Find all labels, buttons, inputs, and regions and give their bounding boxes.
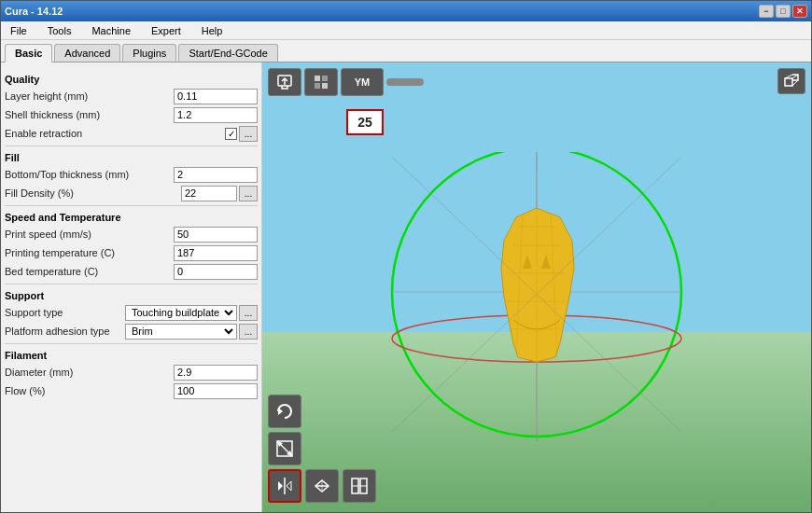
rotate-tool-button[interactable] bbox=[268, 395, 301, 428]
flow-label: Flow (%) bbox=[5, 385, 174, 396]
bed-temp-row: Bed temperature (C) bbox=[5, 263, 258, 280]
titlebar: Cura - 14.12 − □ ✕ bbox=[1, 1, 811, 21]
support-type-row: Support type Touching buildplate Everywh… bbox=[5, 304, 258, 321]
fill-density-label: Fill Density (%) bbox=[5, 187, 181, 199]
mirror-tool-button[interactable] bbox=[268, 469, 301, 503]
flow-row: Flow (%) bbox=[5, 382, 258, 399]
layer-height-input[interactable] bbox=[174, 89, 258, 104]
svg-rect-3 bbox=[322, 76, 328, 81]
layer-height-row: Layer height (mm) bbox=[5, 88, 258, 104]
main-window: Cura - 14.12 − □ ✕ File Tools Machine Ex… bbox=[0, 0, 812, 513]
tab-plugins[interactable]: Plugins bbox=[122, 44, 176, 62]
maximize-button[interactable]: □ bbox=[776, 5, 791, 18]
rotate-icon bbox=[274, 401, 295, 422]
view-icon bbox=[312, 73, 330, 91]
menu-tools[interactable]: Tools bbox=[42, 23, 77, 38]
bottom-top-row: Bottom/Top thickness (mm) bbox=[5, 166, 258, 183]
left-panel: Quality Layer height (mm) Shell thicknes… bbox=[1, 62, 262, 512]
bottom-toolbar bbox=[268, 395, 376, 503]
print-temp-label: Printing temperature (C) bbox=[5, 247, 174, 258]
platform-adhesion-label: Platform adhesion type bbox=[5, 326, 125, 337]
model-svg bbox=[359, 152, 714, 451]
lay-flat-icon bbox=[312, 476, 332, 496]
shell-thickness-row: Shell thickness (mm) bbox=[5, 106, 258, 123]
divider-2 bbox=[5, 205, 258, 206]
main-content: Quality Layer height (mm) Shell thicknes… bbox=[1, 62, 811, 512]
print-speed-label: Print speed (mm/s) bbox=[5, 229, 174, 240]
svg-rect-2 bbox=[315, 76, 320, 81]
menu-machine[interactable]: Machine bbox=[86, 23, 136, 38]
menu-help[interactable]: Help bbox=[196, 23, 229, 38]
fill-header: Fill bbox=[5, 152, 258, 163]
tab-bar: Basic Advanced Plugins Start/End-GCode bbox=[1, 40, 811, 62]
svg-marker-25 bbox=[278, 408, 283, 415]
print-speed-row: Print speed (mm/s) bbox=[5, 226, 258, 243]
diameter-row: Diameter (mm) bbox=[5, 364, 258, 381]
fill-density-row: Fill Density (%) ... bbox=[5, 185, 258, 201]
layer-slider[interactable] bbox=[386, 78, 424, 86]
support-type-label: Support type bbox=[5, 307, 125, 318]
perspective-icon bbox=[783, 73, 800, 90]
mirror-icon bbox=[274, 476, 295, 496]
scale-tool-button[interactable] bbox=[268, 432, 301, 465]
svg-rect-4 bbox=[315, 83, 320, 89]
bottom-tool-row bbox=[268, 469, 376, 503]
menubar: File Tools Machine Expert Help bbox=[1, 21, 811, 40]
platform-adhesion-dots-button[interactable]: ... bbox=[239, 324, 258, 340]
print-temp-row: Printing temperature (C) bbox=[5, 244, 258, 261]
speed-temp-header: Speed and Temperature bbox=[5, 212, 258, 223]
flow-input[interactable] bbox=[174, 383, 258, 399]
shell-thickness-input[interactable] bbox=[174, 107, 258, 123]
support-header: Support bbox=[5, 290, 258, 301]
minimize-button[interactable]: − bbox=[759, 5, 774, 18]
load-icon bbox=[275, 73, 294, 91]
retraction-dots-button[interactable]: ... bbox=[239, 126, 258, 142]
menu-file[interactable]: File bbox=[5, 23, 33, 38]
divider-4 bbox=[5, 343, 258, 344]
bed-temp-input[interactable] bbox=[174, 264, 258, 280]
fill-density-dots-button[interactable]: ... bbox=[239, 186, 258, 201]
support-type-dots-button[interactable]: ... bbox=[239, 305, 258, 321]
window-title: Cura - 14.12 bbox=[5, 6, 63, 17]
retraction-checkbox[interactable]: ✓ bbox=[225, 128, 237, 140]
bottom-top-label: Bottom/Top thickness (mm) bbox=[5, 169, 174, 180]
tab-basic[interactable]: Basic bbox=[5, 44, 52, 62]
filament-header: Filament bbox=[5, 350, 258, 361]
svg-rect-5 bbox=[322, 83, 328, 89]
bed-temp-label: Bed temperature (C) bbox=[5, 266, 174, 277]
retraction-label: Enable retraction bbox=[5, 128, 225, 139]
tab-advanced[interactable]: Advanced bbox=[54, 44, 120, 62]
menu-expert[interactable]: Expert bbox=[146, 23, 187, 38]
tab-start-end-gcode[interactable]: Start/End-GCode bbox=[178, 44, 277, 62]
print-temp-input[interactable] bbox=[174, 245, 258, 261]
support-type-select[interactable]: Touching buildplate Everywhere None bbox=[125, 305, 237, 321]
layer-number: 25 bbox=[357, 115, 372, 130]
diameter-input[interactable] bbox=[174, 365, 258, 381]
divider-1 bbox=[5, 146, 258, 146]
divider-3 bbox=[5, 284, 258, 284]
platform-adhesion-select[interactable]: Brim Raft None bbox=[125, 324, 237, 340]
layer-number-badge: 25 bbox=[346, 109, 384, 135]
split-tool-button[interactable] bbox=[343, 469, 376, 503]
quality-header: Quality bbox=[5, 74, 258, 85]
viewport: YM 25 bbox=[262, 62, 811, 512]
bottom-top-input[interactable] bbox=[174, 167, 258, 183]
retraction-row: Enable retraction ✓ ... bbox=[5, 125, 258, 142]
layer-height-label: Layer height (mm) bbox=[5, 90, 174, 102]
print-speed-input[interactable] bbox=[174, 227, 258, 243]
layer-slider-container bbox=[386, 78, 424, 86]
window-controls: − □ ✕ bbox=[759, 5, 807, 18]
scale-icon bbox=[274, 438, 295, 459]
diameter-label: Diameter (mm) bbox=[5, 367, 174, 378]
split-icon bbox=[349, 476, 370, 496]
platform-adhesion-row: Platform adhesion type Brim Raft None ..… bbox=[5, 323, 258, 340]
svg-rect-6 bbox=[785, 78, 792, 86]
lay-flat-button[interactable] bbox=[305, 469, 339, 503]
fill-density-input[interactable] bbox=[181, 186, 237, 201]
close-button[interactable]: ✕ bbox=[792, 5, 807, 18]
shell-thickness-label: Shell thickness (mm) bbox=[5, 109, 174, 120]
head-model bbox=[501, 208, 574, 362]
svg-line-9 bbox=[792, 80, 798, 86]
